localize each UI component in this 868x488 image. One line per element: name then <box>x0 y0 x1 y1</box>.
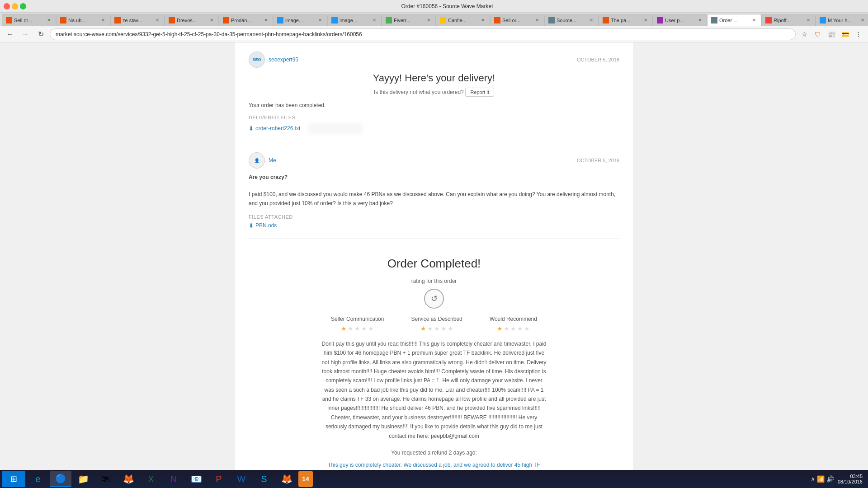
address-bar[interactable] <box>50 28 796 40</box>
delivery-section: SEO seoexpert95 OCTOBER 5, 2016 Yayyy! H… <box>249 52 619 143</box>
tab-favicon <box>711 17 717 23</box>
tab-label: Source... <box>557 18 586 23</box>
tab-img2[interactable]: image... ✕ <box>327 14 382 26</box>
tray-time-display: 03:45 <box>838 474 863 479</box>
taskbar-store[interactable]: 🛍 <box>95 471 117 487</box>
windows-icon: ⊞ <box>10 474 17 484</box>
tab-thepa[interactable]: The pa... ✕ <box>599 14 653 26</box>
back-button[interactable]: ← <box>4 28 16 41</box>
tab-sell1[interactable]: Sell or... ✕ <box>2 14 56 26</box>
rating-label: rating for this order <box>249 278 619 284</box>
me-username: Me <box>269 157 276 164</box>
start-button[interactable]: ⊞ <box>2 471 25 487</box>
taskbar-firefox2[interactable]: 🦊 <box>276 471 297 487</box>
tray-datetime[interactable]: 03:45 08/10/2016 <box>838 474 863 484</box>
tab-mail[interactable]: M Your h... ✕ <box>816 14 868 26</box>
tab-favicon <box>820 17 826 23</box>
news-button[interactable]: 📰 <box>826 28 837 40</box>
taskbar-ie[interactable]: e <box>27 471 49 487</box>
taskbar-files[interactable]: 📁 <box>72 471 94 487</box>
me-message-text: Are you crazy? I paid $100, and we discu… <box>249 173 619 208</box>
tab-drevo[interactable]: Drevos... ✕ <box>165 14 219 26</box>
tab-sell2[interactable]: Sell or... ✕ <box>490 14 544 26</box>
tab-favicon <box>277 17 283 23</box>
tab-close[interactable]: ✕ <box>371 17 377 23</box>
tab-close[interactable]: ✕ <box>100 17 106 23</box>
tab-user[interactable]: User p... ✕ <box>653 14 707 26</box>
tab-naub[interactable]: Na ub... ✕ <box>56 14 110 26</box>
tray-volume[interactable]: 🔊 <box>826 475 834 483</box>
tab-close[interactable]: ✕ <box>425 17 432 23</box>
tab-favicon <box>603 17 609 23</box>
window-title: Order #160056 - Source Wave Market <box>30 3 864 9</box>
tab-close[interactable]: ✕ <box>534 17 540 23</box>
window-controls: ✕ − + <box>4 3 26 9</box>
taskbar-skype[interactable]: S <box>253 471 275 487</box>
files-attached-area: FILES ATTACHED ⬇ PBN.ods <box>249 214 619 229</box>
tab-close[interactable]: ✕ <box>263 17 269 23</box>
tab-canfie[interactable]: Canfie... ✕ <box>436 14 490 26</box>
wallet-button[interactable]: 💳 <box>839 28 851 40</box>
tab-prodan[interactable]: Prodán... ✕ <box>219 14 273 26</box>
taskbar-powerpoint[interactable]: P <box>208 471 230 487</box>
tab-fiverr[interactable]: Fiverr... ✕ <box>382 14 436 26</box>
me-section: 👤 Me OCTOBER 5, 2016 Are you crazy? I pa… <box>249 152 619 239</box>
settings-button[interactable]: ⋮ <box>853 28 864 40</box>
maximize-button[interactable]: + <box>20 3 26 9</box>
star-3: ★ <box>434 325 440 332</box>
would-rec-label: Would Recommend <box>490 316 537 322</box>
seller-username[interactable]: seoexpert95 <box>269 56 298 63</box>
seller-avatar: SEO <box>249 52 265 68</box>
tab-close[interactable]: ✕ <box>154 17 160 23</box>
tab-ze[interactable]: ze stav... ✕ <box>110 14 165 26</box>
taskbar-chrome[interactable]: 🔵 <box>50 471 71 487</box>
tab-close[interactable]: ✕ <box>208 17 215 23</box>
tab-close[interactable]: ✕ <box>642 17 649 23</box>
nav-bar: ← → ↻ ☆ 🛡 📰 💳 ⋮ <box>0 26 868 42</box>
tab-close[interactable]: ✕ <box>588 17 594 23</box>
bookmark-button[interactable]: ☆ <box>798 28 810 40</box>
tab-img1[interactable]: image... ✕ <box>273 14 327 26</box>
tray-up-arrow[interactable]: ∧ <box>811 475 815 483</box>
tab-close[interactable]: ✕ <box>751 17 757 23</box>
order-completed-title: Order Completed! <box>249 257 619 271</box>
delivered-files-label: DELIVERED FILES <box>249 115 619 120</box>
tray-network[interactable]: 📶 <box>817 475 825 483</box>
taskbar-firefox[interactable]: 🦊 <box>118 471 139 487</box>
delivery-date: OCTOBER 5, 2016 <box>577 57 619 62</box>
order-file-link[interactable]: ⬇ order-robert226.txt <box>249 125 300 132</box>
tab-source[interactable]: Source... ✕ <box>544 14 599 26</box>
outlook-icon: 📧 <box>191 474 202 484</box>
tab-close[interactable]: ✕ <box>859 17 866 23</box>
tab-favicon <box>223 17 229 23</box>
report-button[interactable]: Report it <box>465 88 494 97</box>
tab-close[interactable]: ✕ <box>697 17 703 23</box>
taskbar-excel[interactable]: X <box>140 471 162 487</box>
tab-bar: Sell or... ✕ Na ub... ✕ ze stav... ✕ Dre… <box>0 13 868 26</box>
rating-circle[interactable]: ↺ <box>424 289 444 309</box>
adblock-button[interactable]: 🛡 <box>812 28 824 40</box>
word-icon: W <box>237 474 246 484</box>
tab-close[interactable]: ✕ <box>805 17 811 23</box>
forward-button[interactable]: → <box>19 28 32 41</box>
rating-icon: ↺ <box>431 294 438 304</box>
pbn-file-name: PBN.ods <box>255 222 277 229</box>
download-icon: ⬇ <box>249 125 254 132</box>
tab-close[interactable]: ✕ <box>46 17 52 23</box>
taskbar-outlook[interactable]: 📧 <box>185 471 207 487</box>
tab-ripoff1[interactable]: Ripoff... ✕ <box>761 14 816 26</box>
tab-order-active[interactable]: Order ... ✕ <box>707 14 761 26</box>
tab-favicon <box>386 17 392 23</box>
pbn-file-link[interactable]: ⬇ PBN.ods <box>249 222 619 229</box>
tab-close[interactable]: ✕ <box>317 17 323 23</box>
star-2: ★ <box>504 325 509 332</box>
taskbar-onenote[interactable]: N <box>163 471 184 487</box>
tab-close[interactable]: ✕ <box>480 17 486 23</box>
taskbar-14[interactable]: 14 <box>298 471 313 487</box>
service-desc-label: Service as Described <box>411 316 462 322</box>
onenote-icon: N <box>170 474 177 484</box>
minimize-button[interactable]: − <box>12 3 18 9</box>
refresh-button[interactable]: ↻ <box>34 28 47 41</box>
taskbar-word[interactable]: W <box>231 471 252 487</box>
close-button[interactable]: ✕ <box>4 3 10 9</box>
